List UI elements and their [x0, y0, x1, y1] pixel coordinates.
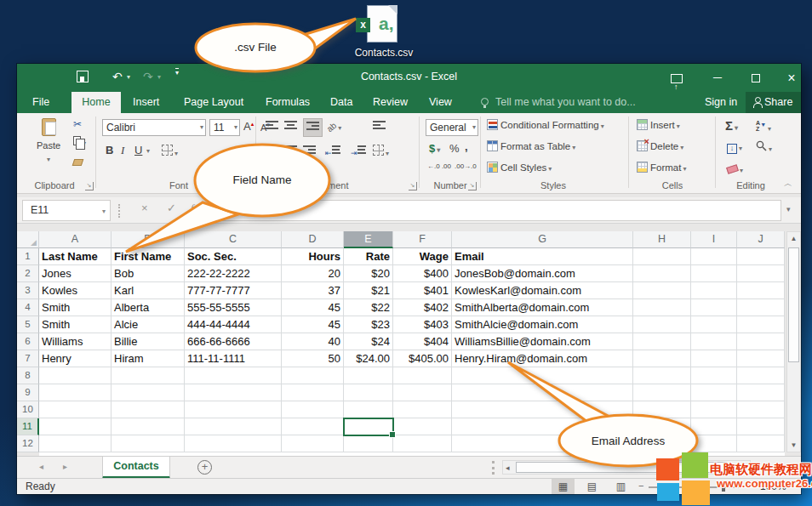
- page-layout-view-button[interactable]: ▤: [580, 479, 603, 494]
- cell-H6[interactable]: [633, 333, 691, 350]
- cell-J1[interactable]: [737, 248, 785, 265]
- row-header-11[interactable]: 11: [17, 418, 39, 435]
- sign-in-link[interactable]: Sign in: [705, 92, 737, 113]
- column-header-I[interactable]: I: [691, 231, 737, 248]
- cell-E8[interactable]: [344, 367, 393, 384]
- cell-D12[interactable]: [282, 435, 344, 452]
- cell-J3[interactable]: [737, 282, 785, 299]
- find-select-button[interactable]: [756, 140, 772, 154]
- column-header-J[interactable]: J: [737, 231, 785, 248]
- copy-button[interactable]: [73, 135, 86, 148]
- cell-I4[interactable]: [691, 299, 737, 316]
- select-all-button[interactable]: [17, 231, 39, 248]
- cell-G2[interactable]: JonesBob@domain.com: [452, 265, 633, 282]
- cell-A8[interactable]: [39, 367, 112, 384]
- cell-F9[interactable]: [393, 384, 452, 401]
- cell-G6[interactable]: WilliamsBillie@domain.com: [452, 333, 633, 350]
- clipboard-dialog-launcher[interactable]: ↘: [85, 182, 94, 190]
- cell-D6[interactable]: 40: [282, 333, 344, 350]
- font-name-combo[interactable]: Calibri▾: [102, 119, 206, 136]
- clear-button[interactable]: [727, 162, 743, 175]
- cell-D9[interactable]: [282, 384, 344, 401]
- row-header-3[interactable]: 3: [17, 282, 39, 299]
- delete-cells-button[interactable]: Delete: [637, 140, 683, 151]
- cell-B7[interactable]: Hiram: [112, 350, 185, 367]
- format-as-table-button[interactable]: Format as Table: [487, 140, 575, 151]
- orientation-button[interactable]: ab: [327, 120, 341, 133]
- cell-B11[interactable]: [112, 418, 185, 435]
- active-cell-E11[interactable]: [343, 418, 394, 436]
- sheet-tab-contacts[interactable]: Contacts: [102, 457, 170, 479]
- next-sheet-button[interactable]: ▸: [63, 462, 67, 471]
- alignment-dialog-launcher[interactable]: ↘: [409, 182, 417, 190]
- cell-C9[interactable]: [185, 384, 282, 401]
- cut-button[interactable]: ✂: [73, 118, 82, 130]
- row-header-6[interactable]: 6: [17, 333, 39, 350]
- row-header-9[interactable]: 9: [17, 384, 39, 401]
- cell-A4[interactable]: Smith: [39, 299, 112, 316]
- cell-E3[interactable]: $21: [344, 282, 393, 299]
- minimize-button[interactable]: ─: [700, 64, 735, 92]
- cell-I2[interactable]: [691, 265, 737, 282]
- cell-H1[interactable]: [633, 248, 691, 265]
- cell-E7[interactable]: $24.00: [344, 350, 393, 367]
- maximize-button[interactable]: [739, 64, 773, 92]
- cell-I1[interactable]: [691, 248, 737, 265]
- row-header-10[interactable]: 10: [17, 401, 39, 418]
- cell-E2[interactable]: $20: [344, 265, 393, 282]
- cell-H4[interactable]: [633, 299, 691, 316]
- expand-formula-bar-icon[interactable]: ▾: [786, 205, 791, 213]
- cell-J6[interactable]: [737, 333, 785, 350]
- cell-F2[interactable]: $400: [393, 265, 452, 282]
- cell-B5[interactable]: Alcie: [112, 316, 185, 333]
- column-header-H[interactable]: H: [633, 231, 691, 248]
- tab-review[interactable]: Review: [373, 92, 408, 113]
- page-break-view-button[interactable]: ▥: [609, 479, 632, 494]
- accounting-format-button[interactable]: $: [429, 142, 440, 155]
- cell-F5[interactable]: $403: [393, 316, 452, 333]
- cell-A3[interactable]: Kowles: [39, 282, 112, 299]
- cell-F3[interactable]: $401: [393, 282, 452, 299]
- middle-align-button[interactable]: [284, 120, 297, 134]
- autosum-button[interactable]: Σ: [725, 118, 738, 133]
- cell-F8[interactable]: [393, 367, 452, 384]
- cell-H2[interactable]: [633, 265, 691, 282]
- cell-B12[interactable]: [112, 435, 185, 452]
- tab-view[interactable]: View: [429, 92, 452, 113]
- cell-A5[interactable]: Smith: [39, 316, 112, 333]
- percent-style-button[interactable]: %: [449, 142, 460, 155]
- cell-G5[interactable]: SmithAlcie@domain.com: [452, 316, 633, 333]
- cell-G3[interactable]: KowlesKarl@domain.com: [452, 282, 633, 299]
- row-header-8[interactable]: 8: [17, 367, 39, 384]
- cell-J7[interactable]: [737, 350, 785, 367]
- cell-J2[interactable]: [737, 265, 785, 282]
- cell-B10[interactable]: [112, 401, 185, 418]
- cell-C7[interactable]: 111-11-1111: [185, 350, 282, 367]
- new-sheet-button[interactable]: +: [197, 460, 212, 475]
- share-button[interactable]: Share: [746, 92, 801, 113]
- cell-B9[interactable]: [112, 384, 185, 401]
- cell-F11[interactable]: [393, 418, 452, 435]
- cell-A11[interactable]: [39, 418, 112, 435]
- fill-button[interactable]: ↓: [727, 140, 742, 154]
- row-header-1[interactable]: 1: [17, 248, 39, 265]
- format-painter-button[interactable]: [73, 156, 83, 168]
- scroll-down-icon[interactable]: ▼: [787, 439, 800, 452]
- cell-A7[interactable]: Henry: [39, 350, 112, 367]
- cell-F1[interactable]: Wage: [393, 248, 452, 265]
- tab-home[interactable]: Home: [71, 92, 121, 113]
- tab-formulas[interactable]: Formulas: [266, 92, 310, 113]
- wrap-text-button[interactable]: [373, 120, 386, 134]
- close-button[interactable]: ×: [775, 64, 809, 92]
- tell-me-box[interactable]: Tell me what you want to do...: [495, 92, 636, 113]
- zoom-out-button[interactable]: −: [638, 480, 643, 491]
- cell-A2[interactable]: Jones: [39, 265, 112, 282]
- row-header-7[interactable]: 7: [17, 350, 39, 367]
- cell-A12[interactable]: [39, 435, 112, 452]
- row-header-4[interactable]: 4: [17, 299, 39, 316]
- cell-J10[interactable]: [737, 401, 785, 418]
- column-header-F[interactable]: F: [393, 231, 452, 248]
- name-box[interactable]: E11▾: [22, 200, 111, 221]
- cell-B4[interactable]: Alberta: [112, 299, 185, 316]
- decrease-decimal-button[interactable]: .00→.0: [455, 162, 477, 170]
